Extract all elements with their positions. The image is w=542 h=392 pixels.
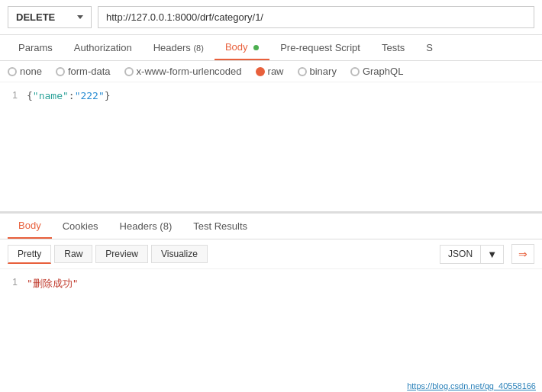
tab-tests[interactable]: Tests — [371, 36, 415, 59]
resp-tab-cookies[interactable]: Cookies — [52, 214, 109, 238]
resp-tab-test-results[interactable]: Test Results — [182, 214, 258, 238]
tab-authorization[interactable]: Authorization — [63, 36, 143, 59]
body-type-raw[interactable]: raw — [256, 66, 284, 77]
response-section: Body Cookies Headers (8) Test Results Pr… — [0, 212, 542, 298]
format-arrow-icon[interactable]: ▼ — [480, 246, 503, 263]
top-bar: DELETE — [0, 0, 542, 35]
method-dropdown[interactable]: DELETE — [8, 6, 92, 28]
editor-line-1: 1 {"name":"222"} — [0, 88, 542, 103]
resp-line-1: 1 "删除成功" — [0, 275, 542, 292]
resp-value-1: "删除成功" — [27, 277, 79, 291]
body-type-form-data[interactable]: form-data — [56, 66, 111, 77]
footer-link[interactable]: https://blog.csdn.net/qq_40558166 — [401, 380, 542, 392]
body-type-none[interactable]: none — [8, 66, 42, 77]
radio-form-data-icon — [56, 67, 65, 76]
response-toolbar: Pretty Raw Preview Visualize JSON ▼ ⇒ — [0, 239, 542, 269]
request-tabs-row: Params Authorization Headers (8) Body Pr… — [0, 35, 542, 61]
radio-binary-icon — [298, 67, 307, 76]
request-editor: 1 {"name":"222"} — [0, 82, 542, 212]
method-arrow-icon — [77, 15, 83, 19]
response-body: 1 "删除成功" — [0, 269, 542, 298]
body-types-row: none form-data x-www-form-urlencoded raw… — [0, 61, 542, 82]
line-number-1: 1 — [0, 90, 27, 101]
radio-graphql-icon — [350, 67, 360, 76]
format-selector[interactable]: JSON ▼ — [440, 245, 504, 264]
preview-button[interactable]: Preview — [95, 245, 148, 263]
format-label: JSON — [440, 246, 480, 262]
response-tabs-row: Body Cookies Headers (8) Test Results — [0, 214, 542, 239]
pretty-button[interactable]: Pretty — [8, 245, 51, 264]
tab-body[interactable]: Body — [215, 35, 269, 60]
visualize-button[interactable]: Visualize — [151, 245, 208, 263]
url-input[interactable] — [98, 6, 534, 28]
body-type-graphql[interactable]: GraphQL — [350, 66, 403, 77]
resp-line-number-1: 1 — [0, 277, 27, 288]
tab-settings[interactable]: S — [415, 36, 444, 59]
resp-tab-headers[interactable]: Headers (8) — [109, 214, 183, 238]
code-content-1[interactable]: {"name":"222"} — [27, 90, 111, 101]
method-label: DELETE — [16, 11, 55, 23]
tab-params[interactable]: Params — [8, 36, 63, 59]
tab-headers[interactable]: Headers (8) — [143, 36, 215, 59]
body-active-dot — [253, 45, 259, 50]
resp-tab-body[interactable]: Body — [8, 214, 52, 239]
radio-none-icon — [8, 67, 17, 76]
body-type-urlencoded[interactable]: x-www-form-urlencoded — [124, 66, 242, 77]
radio-raw-icon — [256, 67, 265, 76]
radio-urlencoded-icon — [124, 67, 134, 76]
tab-pre-request[interactable]: Pre-request Script — [269, 36, 371, 59]
body-type-binary[interactable]: binary — [298, 66, 337, 77]
raw-button[interactable]: Raw — [54, 245, 92, 263]
wrap-icon[interactable]: ⇒ — [511, 244, 534, 264]
